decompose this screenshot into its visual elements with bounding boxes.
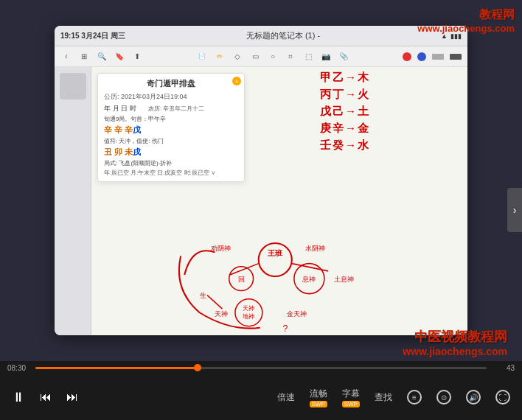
- svg-text:水阴神: 水阴神: [305, 245, 325, 252]
- search-label: 查找: [375, 391, 392, 404]
- svg-text:生: 生: [200, 292, 206, 299]
- camera-icon[interactable]: 📷: [320, 51, 332, 63]
- color-blue[interactable]: [417, 52, 426, 61]
- watermark-bottom-url: www.jiaochengs.com: [403, 346, 507, 357]
- list-icon: ≡: [412, 393, 417, 402]
- handwriting-right: 甲乙→木 丙丁→火 戊己→土 庚辛→金 壬癸→水: [320, 71, 460, 218]
- chevron-right-icon: ›: [513, 204, 517, 216]
- svg-text:天神: 天神: [243, 305, 254, 312]
- ganzhi-orange: 辛 辛 辛: [104, 125, 133, 136]
- footer-text: 年:辰已空 月:午末空 日:戌亥空 时:辰已空 ∨: [104, 169, 238, 177]
- svg-point-13: [235, 299, 262, 326]
- quality-label: 流畅: [310, 388, 327, 400]
- eraser-icon[interactable]: ▭: [249, 51, 261, 63]
- quality-control[interactable]: 流畅 SWP: [310, 388, 327, 407]
- prev-button[interactable]: ⏮: [40, 391, 52, 404]
- hw-line-2: 丙丁→火: [320, 88, 460, 102]
- stroke-size[interactable]: [432, 54, 444, 60]
- fullscreen-icon: ⛶: [499, 393, 507, 402]
- bookmark-icon[interactable]: 🔖: [114, 51, 125, 63]
- avatar: [60, 73, 86, 99]
- search-icon[interactable]: 🔍: [96, 51, 108, 63]
- watermark-url: www.jiaochengs.com: [417, 23, 515, 34]
- stroke-size-2[interactable]: [450, 54, 462, 60]
- subtitle-badge: SWP: [342, 401, 360, 407]
- quality-badge: SWP: [310, 401, 327, 407]
- tablet-toolbar: ‹ ⊞ 🔍 🔖 ⬆ 📄 ✏ ◇ ▭ ○ ⌗ ⬚ 📷 📎: [55, 46, 467, 67]
- nav-arrow-right[interactable]: ›: [507, 188, 522, 232]
- info-panel: × 奇门遁甲排盘 公历: 2021年03月24日19:04 年 月 日 时 农历…: [97, 73, 245, 182]
- row4-sub: 局式: 飞盘(阳顺阴逆)-折补: [104, 159, 238, 167]
- playlist-button[interactable]: ≡: [407, 390, 422, 405]
- subtitle-control[interactable]: 字幕 SWP: [342, 388, 360, 407]
- row2-detail: 旬通9局。句首：甲午辛: [104, 115, 238, 123]
- svg-text:金天神: 金天神: [287, 310, 307, 318]
- tablet-frame: 19:15 3月24日 周三 无标题的笔记本 (1) - ▲ ▮▮▮ ‹ ⊞ 🔍…: [55, 26, 467, 335]
- watermark-top-right: 教程网 www.jiaochengs.com: [417, 7, 515, 34]
- svg-text:土息神: 土息神: [334, 276, 354, 283]
- tablet-time: 19:15 3月24日 周三: [60, 31, 125, 41]
- svg-text:地神: 地神: [242, 313, 254, 320]
- notebook-area: × 奇门遁甲排盘 公历: 2021年03月24日19:04 年 月 日 时 农历…: [55, 67, 467, 335]
- tablet-title: 无标题的笔记本 (1) -: [125, 30, 441, 41]
- grid-icon[interactable]: ⊞: [78, 51, 90, 63]
- select-icon[interactable]: ⌗: [285, 51, 296, 63]
- notebook-page: × 奇门遁甲排盘 公历: 2021年03月24日19:04 年 月 日 时 农历…: [91, 67, 467, 335]
- page-icon: 📄: [196, 51, 208, 63]
- attach-icon[interactable]: 📎: [338, 51, 349, 63]
- video-container: 19:15 3月24日 周三 无标题的笔记本 (1) - ▲ ▮▮▮ ‹ ⊞ 🔍…: [0, 0, 522, 420]
- hw-line-3: 戊己→土: [320, 105, 460, 119]
- progress-track[interactable]: [35, 367, 487, 369]
- progress-fill: [35, 367, 198, 369]
- volume-button[interactable]: 🔊: [466, 390, 481, 405]
- search-control[interactable]: 查找: [375, 391, 392, 404]
- watermark-bottom: 中医视频教程网 www.jiaochengs.com: [403, 328, 507, 357]
- row3-sub: 值符: 天冲，值使: 伤门: [104, 137, 238, 145]
- row1-label: 年 月 日 时: [104, 104, 148, 113]
- svg-text:?: ?: [283, 323, 288, 334]
- total-time: 43: [491, 364, 515, 372]
- close-button[interactable]: ×: [232, 77, 241, 85]
- hw-line-5: 壬癸→水: [320, 139, 460, 153]
- lasso-icon[interactable]: ⬚: [302, 51, 314, 63]
- highlight-icon[interactable]: ◇: [232, 51, 243, 63]
- shape-icon[interactable]: ○: [267, 51, 279, 63]
- color-red[interactable]: [403, 52, 411, 61]
- ganzhi-orange-2: 丑 卯 未: [104, 147, 133, 158]
- volume-icon: 🔊: [469, 393, 478, 402]
- svg-text:息神: 息神: [302, 276, 316, 283]
- pen-icon[interactable]: ✏: [214, 51, 226, 63]
- svg-text:劝阴神: 劝阴神: [211, 245, 231, 252]
- screen-content: 19:15 3月24日 周三 无标题的笔记本 (1) - ▲ ▮▮▮ ‹ ⊞ 🔍…: [0, 0, 522, 361]
- left-panel: [55, 67, 91, 335]
- svg-text:王班: 王班: [268, 249, 283, 257]
- controls-bar: 08:30 43 ⏸ ⏮ ⏭ 倍速 流畅 SWP: [0, 361, 522, 420]
- progress-thumb: [194, 364, 201, 371]
- next-button[interactable]: ⏭: [66, 391, 78, 404]
- svg-text:回: 回: [238, 276, 245, 283]
- diagram-svg: 王班 劝阴神 水阴神 回 息神 土息神: [132, 214, 464, 335]
- ganzhi-blue-2: 戌: [133, 147, 141, 158]
- back-icon[interactable]: ‹: [60, 51, 72, 63]
- play-pause-button[interactable]: ⏸: [12, 390, 25, 405]
- svg-point-0: [259, 243, 292, 276]
- ganzhi-blue: 戊: [133, 125, 141, 136]
- tablet-topbar: 19:15 3月24日 周三 无标题的笔记本 (1) - ▲ ▮▮▮: [55, 26, 467, 46]
- speed-label: 倍速: [277, 391, 295, 404]
- row1-ganzhi: 农历: 辛丑年二月十二: [148, 105, 204, 113]
- lower-diagram: 王班 劝阴神 水阴神 回 息神 土息神: [132, 214, 464, 335]
- fullscreen-button[interactable]: ⛶: [495, 390, 510, 405]
- hw-line-1: 甲乙→木: [320, 71, 460, 85]
- watermark-title: 教程网: [417, 7, 515, 23]
- watermark-bottom-title: 中医视频教程网: [403, 328, 507, 346]
- hw-line-4: 庚辛→金: [320, 122, 460, 136]
- loop-button[interactable]: ⊙: [436, 390, 451, 405]
- speed-control[interactable]: 倍速: [277, 391, 295, 404]
- progress-area: 08:30 43: [0, 361, 522, 374]
- controls-row: ⏸ ⏮ ⏭ 倍速 流畅 SWP 字幕 SWP 查找: [0, 374, 522, 420]
- share-icon[interactable]: ⬆: [131, 51, 143, 63]
- current-time: 08:30: [7, 364, 31, 372]
- svg-text:天神: 天神: [215, 310, 228, 318]
- svg-line-12: [207, 295, 223, 309]
- date-line: 公历: 2021年03月24日19:04: [104, 92, 238, 102]
